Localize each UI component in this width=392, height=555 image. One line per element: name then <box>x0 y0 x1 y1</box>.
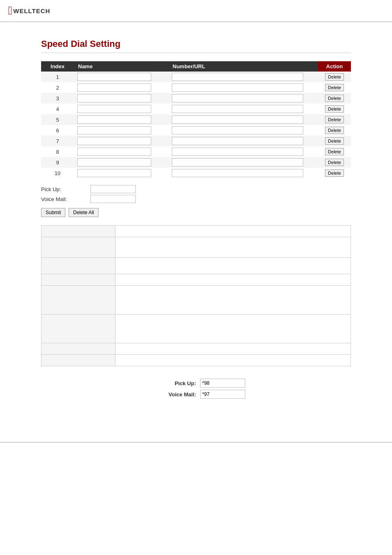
name-cell <box>74 93 168 104</box>
index-cell: 6 <box>41 125 74 136</box>
index-cell: 7 <box>41 136 74 146</box>
number-cell <box>168 72 318 82</box>
header: 𝏲 WELLTECH <box>0 0 392 22</box>
table-row: 9 Delete <box>41 157 351 168</box>
index-cell: 4 <box>41 104 74 114</box>
index-cell: 10 <box>41 168 74 178</box>
speed-dial-table: Index Name Number/URL Action 1 Delete 2 <box>41 61 351 178</box>
info-label-0 <box>42 226 115 237</box>
voicemail-input[interactable] <box>90 195 136 203</box>
index-cell: 1 <box>41 72 74 82</box>
name-input-6[interactable] <box>77 126 151 134</box>
index-cell: 2 <box>41 82 74 93</box>
logo-text: WELLTECH <box>13 7 50 14</box>
action-cell: Delete <box>318 157 351 168</box>
delete-all-button[interactable]: Delete All <box>69 208 99 217</box>
number-input-6[interactable] <box>172 126 303 134</box>
number-input-7[interactable] <box>172 137 303 145</box>
number-input-2[interactable] <box>172 83 303 92</box>
action-cell: Delete <box>318 168 351 178</box>
index-cell: 3 <box>41 93 74 104</box>
number-cell <box>168 125 318 136</box>
info-table <box>41 225 351 366</box>
table-row: 3 Delete <box>41 93 351 104</box>
bottom-info: Pick Up: Voice Mail: <box>41 379 351 401</box>
bottom-voicemail-value[interactable] <box>200 390 245 399</box>
bottom-pickup-label: Pick Up: <box>134 380 200 386</box>
info-value-6 <box>115 343 351 355</box>
action-cell: Delete <box>318 136 351 146</box>
number-input-3[interactable] <box>172 94 303 102</box>
name-input-3[interactable] <box>77 94 151 102</box>
bottom-voicemail-label: Voice Mail: <box>134 391 200 398</box>
delete-button-5[interactable]: Delete <box>325 116 344 123</box>
number-input-10[interactable] <box>172 169 303 177</box>
name-input-7[interactable] <box>77 137 151 145</box>
name-input-2[interactable] <box>77 83 151 92</box>
col-header-number: Number/URL <box>168 61 318 72</box>
delete-button-1[interactable]: Delete <box>325 73 344 81</box>
delete-button-3[interactable]: Delete <box>325 95 344 102</box>
col-header-action: Action <box>318 61 351 72</box>
table-row: 2 Delete <box>41 82 351 93</box>
number-cell <box>168 93 318 104</box>
info-table-row <box>42 274 351 286</box>
col-header-index: Index <box>41 61 74 72</box>
bottom-pickup-row: Pick Up: <box>134 379 258 388</box>
info-table-row <box>42 258 351 274</box>
delete-button-9[interactable]: Delete <box>325 159 344 166</box>
bottom-voicemail-row: Voice Mail: <box>134 390 258 399</box>
info-label-6 <box>42 343 115 355</box>
page-title: Speed Dial Setting <box>41 39 351 49</box>
number-cell <box>168 157 318 168</box>
pickup-input[interactable] <box>90 185 136 193</box>
table-row: 4 Delete <box>41 104 351 114</box>
footer-divider <box>0 442 392 443</box>
name-input-4[interactable] <box>77 105 151 113</box>
table-row: 10 Delete <box>41 168 351 178</box>
name-cell <box>74 168 168 178</box>
delete-button-6[interactable]: Delete <box>325 127 344 134</box>
info-label-5 <box>42 314 115 343</box>
action-cell: Delete <box>318 93 351 104</box>
number-input-8[interactable] <box>172 148 303 156</box>
submit-button[interactable]: Submit <box>41 208 65 217</box>
delete-button-4[interactable]: Delete <box>325 105 344 113</box>
voicemail-row: Voice Mail: <box>41 195 351 203</box>
logo: 𝏲 WELLTECH <box>8 4 50 17</box>
main-content: Speed Dial Setting Index Name Number/URL… <box>0 22 392 417</box>
action-cell: Delete <box>318 114 351 125</box>
name-cell <box>74 104 168 114</box>
info-label-3 <box>42 274 115 286</box>
number-cell <box>168 146 318 157</box>
info-value-4 <box>115 286 351 314</box>
name-input-1[interactable] <box>77 73 151 81</box>
number-cell <box>168 114 318 125</box>
table-row: 7 Delete <box>41 136 351 146</box>
delete-button-7[interactable]: Delete <box>325 137 344 145</box>
name-input-9[interactable] <box>77 158 151 166</box>
name-cell <box>74 146 168 157</box>
number-input-1[interactable] <box>172 73 303 81</box>
name-input-5[interactable] <box>77 116 151 124</box>
number-input-4[interactable] <box>172 105 303 113</box>
info-value-1 <box>115 237 351 258</box>
name-cell <box>74 82 168 93</box>
info-table-row <box>42 314 351 343</box>
name-input-10[interactable] <box>77 169 151 177</box>
delete-button-2[interactable]: Delete <box>325 84 344 91</box>
delete-button-8[interactable]: Delete <box>325 148 344 155</box>
pickup-section: Pick Up: Voice Mail: <box>41 185 351 203</box>
info-value-2 <box>115 258 351 274</box>
title-divider <box>41 53 351 53</box>
number-cell <box>168 82 318 93</box>
info-table-row <box>42 226 351 237</box>
delete-button-10[interactable]: Delete <box>325 169 344 177</box>
number-input-5[interactable] <box>172 116 303 124</box>
info-value-3 <box>115 274 351 286</box>
info-label-7 <box>42 355 115 366</box>
bottom-pickup-value[interactable] <box>200 379 245 388</box>
index-cell: 9 <box>41 157 74 168</box>
number-input-9[interactable] <box>172 158 303 166</box>
name-input-8[interactable] <box>77 148 151 156</box>
